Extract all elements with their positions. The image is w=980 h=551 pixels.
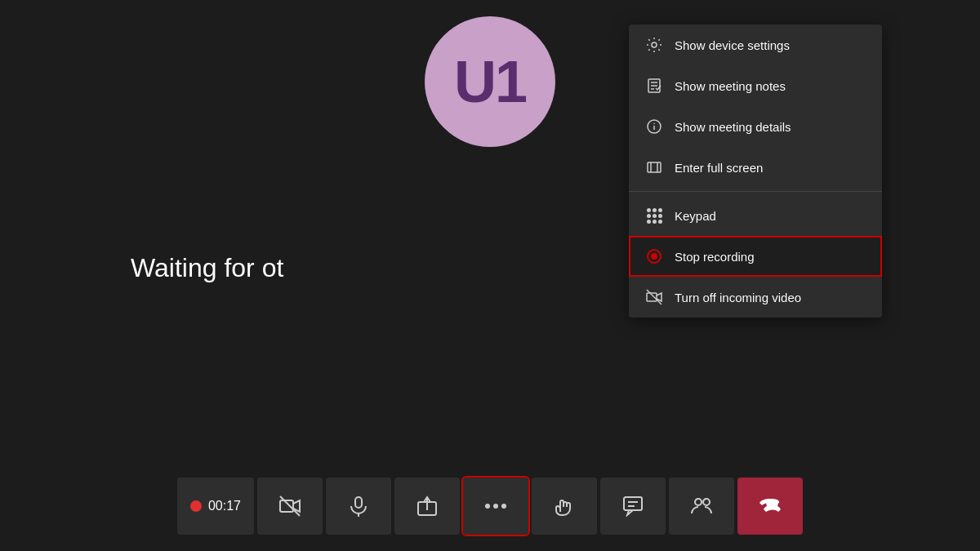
gear-icon — [645, 36, 663, 54]
stop-recording-icon — [645, 247, 663, 265]
recording-time: 00:17 — [208, 499, 241, 513]
notes-icon — [645, 77, 663, 95]
chat-button[interactable] — [600, 478, 666, 535]
keypad-icon — [645, 207, 663, 224]
menu-divider — [629, 191, 882, 192]
svg-point-19 — [485, 504, 490, 509]
avatar: U1 — [425, 16, 555, 147]
svg-rect-8 — [648, 162, 661, 172]
svg-point-20 — [493, 504, 498, 509]
menu-label-video-off: Turn off incoming video — [675, 291, 801, 304]
menu-label-keypad: Keypad — [675, 209, 716, 223]
share-button[interactable] — [394, 478, 460, 535]
menu-label-meeting-notes: Show meeting notes — [675, 79, 786, 93]
svg-point-0 — [652, 42, 657, 47]
meeting-area: U1 Waiting for ot Show device settings — [0, 0, 980, 551]
svg-point-7 — [653, 123, 655, 125]
menu-item-meeting-notes[interactable]: Show meeting notes — [629, 65, 882, 106]
menu-label-fullscreen: Enter full screen — [675, 161, 763, 175]
info-icon — [645, 118, 663, 136]
svg-point-21 — [501, 504, 506, 509]
svg-point-25 — [695, 499, 702, 505]
svg-rect-15 — [355, 497, 362, 508]
context-menu: Show device settings Show meeting notes — [629, 24, 882, 318]
raise-hand-button[interactable] — [532, 478, 597, 535]
menu-label-meeting-details: Show meeting details — [675, 120, 791, 134]
avatar-initials: U1 — [454, 48, 526, 115]
menu-item-video-off[interactable]: Turn off incoming video — [629, 277, 882, 318]
participants-button[interactable] — [669, 478, 734, 535]
video-off-icon — [645, 288, 663, 306]
menu-item-fullscreen[interactable]: Enter full screen — [629, 147, 882, 188]
camera-button[interactable] — [257, 478, 323, 535]
toolbar: 00:17 — [0, 461, 980, 551]
end-call-button[interactable] — [737, 478, 803, 535]
menu-item-device-settings[interactable]: Show device settings — [629, 24, 882, 65]
fullscreen-icon — [645, 158, 663, 176]
svg-point-26 — [703, 499, 710, 505]
recording-dot — [190, 500, 202, 512]
svg-line-14 — [280, 496, 300, 516]
menu-label-device-settings: Show device settings — [675, 38, 790, 52]
menu-item-keypad[interactable]: Keypad — [629, 195, 882, 236]
menu-item-meeting-details[interactable]: Show meeting details — [629, 106, 882, 147]
menu-item-stop-recording[interactable]: Stop recording — [629, 236, 882, 277]
svg-rect-22 — [624, 497, 642, 510]
svg-line-12 — [647, 290, 662, 304]
more-options-button[interactable] — [463, 478, 528, 535]
menu-label-stop-recording: Stop recording — [675, 250, 755, 264]
mic-button[interactable] — [326, 478, 391, 535]
recording-indicator: 00:17 — [177, 478, 254, 535]
waiting-text: Waiting for ot — [131, 253, 283, 283]
